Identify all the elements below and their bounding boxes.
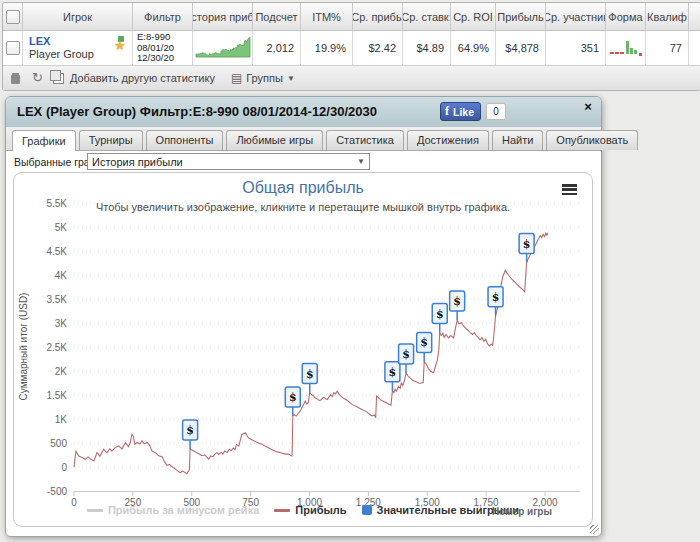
tab-2[interactable]: Оппоненты (146, 130, 224, 150)
row-checkbox[interactable] (6, 41, 20, 55)
col-qualif[interactable]: Квалиф (646, 3, 689, 30)
player-details-popup: LEX (Player Group) Фильтр:E:8-990 08/01/… (5, 96, 602, 537)
profit-line-series (74, 233, 548, 474)
significant-win-flag[interactable]: $ (385, 362, 400, 391)
significant-win-flag[interactable]: $ (450, 291, 465, 320)
y-tick-label: 1K (55, 414, 68, 425)
facebook-like-widget: f Like 0 (440, 103, 506, 120)
significant-win-flag[interactable]: $ (183, 420, 198, 449)
qualif-cell: 77 (646, 31, 689, 65)
significant-win-flag[interactable]: $ (519, 234, 534, 263)
significant-win-flag[interactable]: $ (432, 304, 447, 333)
avg-stake-cell: $4.89 (403, 31, 451, 65)
screen: Игрок Фильтр История прибы Подсчет ITM% … (0, 0, 700, 542)
col-profit[interactable]: Прибыль (496, 3, 546, 30)
status-cell (689, 31, 700, 65)
groups-label: Группы (246, 72, 283, 84)
legend-item-1[interactable]: Прибыль (274, 504, 346, 516)
y-tick-label: 5.5K (46, 198, 67, 209)
y-tick-label: 2K (55, 366, 68, 377)
refresh-icon[interactable]: ↻ (32, 72, 43, 84)
significant-win-flag[interactable]: $ (399, 344, 414, 373)
profit-cell: $4,878 (496, 31, 546, 65)
add-statistic-icon (53, 73, 64, 84)
tab-3[interactable]: Любимые игры (226, 130, 323, 150)
col-filter[interactable]: Фильтр (133, 3, 193, 30)
significant-win-flag[interactable]: $ (302, 364, 317, 393)
add-statistic-label: Добавить другую статистику (70, 72, 215, 84)
profit-history-sparkline (195, 35, 251, 61)
player-name-link[interactable]: LEX (29, 35, 50, 48)
tab-7[interactable]: Опубликовать (546, 130, 638, 150)
y-tick-label: 2.5K (46, 342, 67, 353)
x-axis-title: Номер игры (492, 506, 552, 517)
groups-button[interactable]: ▤ Группы ▼ (231, 71, 295, 85)
tab-1[interactable]: Турниры (79, 130, 143, 150)
resize-handle[interactable] (590, 525, 599, 534)
table-toolbar: ↻ Добавить другую статистику ▤ Группы ▼ (3, 66, 700, 90)
y-tick-label: 5K (55, 222, 68, 233)
svg-text:$: $ (436, 308, 444, 321)
y-tick-label: 3K (55, 318, 68, 329)
popup-body: Выбранные графики: История прибыли ▼ Общ… (6, 151, 601, 536)
svg-text:$: $ (306, 368, 314, 381)
popup-tabs-bar: ГрафикиТурнирыОппонентыЛюбимые игрыСтати… (6, 127, 601, 151)
groups-icon: ▤ (231, 71, 242, 85)
close-icon[interactable]: × (581, 100, 595, 114)
player-group-label: Player Group (29, 48, 94, 61)
col-avg-roi[interactable]: Ср. ROI (451, 3, 496, 30)
row-select-cell (3, 31, 23, 65)
chart-type-select[interactable]: История прибыли ▼ (87, 153, 370, 170)
tab-4[interactable]: Статистика (326, 130, 404, 150)
y-tick-label: 4K (55, 270, 68, 281)
col-form[interactable]: Форма (606, 3, 646, 30)
col-player[interactable]: Игрок (23, 3, 133, 30)
legend-label: Прибыль (295, 504, 346, 516)
svg-text:$: $ (453, 295, 461, 308)
table-row: LEX Player Group ★ E:8-990 08/01/20 12/3… (3, 31, 700, 66)
significant-win-flag[interactable]: $ (285, 387, 300, 416)
avg-profit-cell: $2.42 (353, 31, 403, 65)
profit-chart-plot[interactable]: -50005001K1.5K2K2.5K3K3.5K4K4.5K5K5.5K02… (14, 173, 592, 526)
col-avg-entrants[interactable]: Ср. участник (546, 3, 606, 30)
star-badge-icon: ★ (114, 36, 128, 56)
tab-6[interactable]: Найти (492, 130, 543, 150)
count-cell: 2,012 (253, 31, 301, 65)
tab-0[interactable]: Графики (12, 130, 76, 151)
chart-select-value: История прибыли (92, 156, 183, 168)
popup-tabs: ГрафикиТурнирыОппонентыЛюбимые игрыСтати… (12, 130, 638, 151)
stats-table-header: Игрок Фильтр История прибы Подсчет ITM% … (3, 3, 700, 31)
tab-5[interactable]: Достижения (407, 130, 489, 150)
chevron-down-icon: ▼ (287, 74, 295, 83)
col-itm[interactable]: ITM% (301, 3, 353, 30)
facebook-icon: f (445, 104, 449, 119)
col-avg-profit[interactable]: Ср. прибы (353, 3, 403, 30)
significant-win-flag[interactable]: $ (488, 287, 503, 316)
svg-text:$: $ (402, 348, 410, 361)
col-count[interactable]: Подсчет (253, 3, 301, 30)
delete-icon[interactable] (11, 73, 20, 84)
filter-line: 12/30/20 (137, 53, 174, 64)
significant-win-flag[interactable]: $ (417, 332, 432, 361)
avg-entrants-cell: 351 (546, 31, 606, 65)
select-all-checkbox[interactable] (6, 10, 20, 24)
like-label: Like (453, 106, 474, 118)
legend-item-0[interactable]: Прибыль за минусом рейка (87, 504, 259, 516)
legend-line-swatch (274, 509, 290, 512)
avg-roi-cell: 64.9% (451, 31, 496, 65)
player-cell: LEX Player Group ★ (23, 31, 133, 65)
col-profit-history[interactable]: История прибы (193, 3, 253, 30)
popup-title: LEX (Player Group) Фильтр:E:8-990 08/01/… (17, 104, 377, 119)
svg-text:$: $ (492, 291, 500, 304)
y-tick-label: 500 (50, 438, 67, 449)
y-tick-label: 0 (61, 462, 67, 473)
svg-text:$: $ (420, 336, 428, 349)
col-status[interactable]: Ст (689, 3, 700, 30)
svg-text:$: $ (186, 424, 194, 437)
player-stats-table: Игрок Фильтр История прибы Подсчет ITM% … (2, 2, 700, 91)
svg-text:$: $ (523, 238, 531, 251)
itm-cell: 19.9% (301, 31, 353, 65)
add-statistic-button[interactable]: Добавить другую статистику (53, 72, 215, 84)
facebook-like-button[interactable]: f Like (440, 102, 481, 121)
col-avg-stake[interactable]: Ср. ставк: (403, 3, 451, 30)
